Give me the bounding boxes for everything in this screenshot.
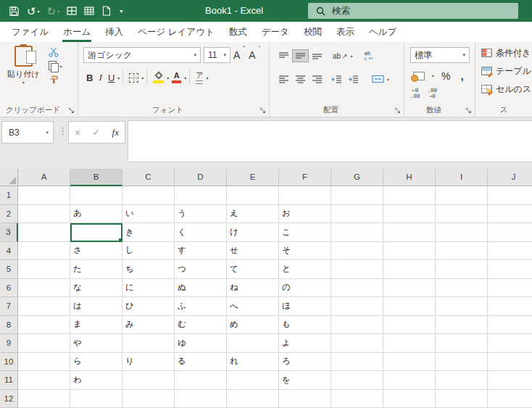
orientation-button[interactable]: ab ↗ — [330, 50, 351, 62]
row-header-10[interactable]: 10 — [0, 353, 18, 372]
cell-D4[interactable]: す — [175, 242, 227, 261]
cell-B2[interactable]: あ — [70, 205, 122, 224]
cell-D11[interactable] — [175, 371, 227, 390]
cell-J11[interactable] — [488, 371, 532, 390]
cell-H3[interactable] — [383, 223, 436, 242]
cell-A2[interactable] — [18, 205, 70, 224]
cell-F2[interactable]: お — [279, 205, 331, 224]
wrap-text-button[interactable]: ab c ↩ — [362, 49, 376, 64]
cell-I10[interactable] — [436, 353, 488, 372]
cell-E12[interactable] — [227, 390, 279, 408]
cell-E3[interactable]: け — [227, 223, 279, 242]
cell-G1[interactable] — [331, 186, 383, 205]
decrease-indent-button[interactable] — [328, 72, 345, 86]
cancel-button[interactable]: × — [75, 127, 80, 138]
customize-qat-button[interactable]: ▾ — [118, 0, 122, 22]
phonetic-guide-button[interactable]: ア — [193, 70, 206, 86]
cell-B6[interactable]: な — [70, 279, 122, 298]
cell-G4[interactable] — [331, 242, 383, 261]
decrease-decimal-button[interactable]: .00→0 — [426, 87, 439, 100]
cell-A10[interactable] — [18, 353, 70, 372]
cell-G8[interactable] — [331, 316, 383, 335]
enter-button[interactable]: ✓ — [92, 127, 100, 138]
tab-home[interactable]: ホーム — [56, 22, 98, 42]
format-painter-button[interactable] — [49, 75, 62, 84]
cell-E4[interactable]: せ — [227, 242, 279, 261]
cell-C8[interactable]: み — [122, 316, 175, 335]
cell-B3[interactable] — [70, 223, 122, 242]
cell-C1[interactable] — [122, 186, 175, 205]
save-button[interactable] — [9, 0, 20, 22]
cell-E2[interactable]: え — [227, 205, 279, 224]
cell-A7[interactable] — [18, 297, 70, 316]
cell-F12[interactable] — [279, 390, 331, 408]
row-header-1[interactable]: 1 — [0, 186, 18, 205]
cell-J10[interactable] — [488, 353, 532, 372]
cell-J7[interactable] — [488, 297, 532, 316]
row-header-4[interactable]: 4 — [0, 242, 18, 261]
cell-D10[interactable]: る — [175, 353, 227, 372]
cell-D2[interactable]: う — [175, 205, 227, 224]
number-format-combobox[interactable]: 標準 ▾ — [410, 47, 470, 63]
row-header-5[interactable]: 5 — [0, 260, 18, 279]
increase-font-button[interactable]: Aˆ — [230, 47, 246, 63]
cell-C2[interactable]: い — [122, 205, 175, 224]
cell-E5[interactable]: て — [227, 260, 279, 279]
align-right-button[interactable] — [309, 72, 325, 86]
cell-J1[interactable] — [488, 186, 532, 205]
cell-G9[interactable] — [331, 334, 383, 353]
cell-A1[interactable] — [18, 186, 70, 205]
new-file-button[interactable] — [101, 0, 111, 22]
bold-button[interactable]: B — [83, 70, 96, 86]
cell-D1[interactable] — [175, 186, 227, 205]
cell-A11[interactable] — [18, 371, 70, 390]
cell-B11[interactable]: わ — [70, 371, 122, 390]
increase-indent-button[interactable] — [345, 72, 362, 86]
cell-I6[interactable] — [436, 279, 488, 298]
cell-F3[interactable]: こ — [279, 223, 331, 242]
cell-I8[interactable] — [436, 316, 488, 335]
cell-E6[interactable]: ね — [227, 279, 279, 298]
cell-B1[interactable] — [70, 186, 122, 205]
tab-formulas[interactable]: 数式 — [222, 22, 254, 42]
cell-E10[interactable]: れ — [227, 353, 279, 372]
cell-J12[interactable] — [488, 390, 532, 408]
format-as-table-button[interactable]: テーブルと — [481, 64, 532, 78]
col-header-I[interactable]: I — [436, 169, 488, 186]
copy-button[interactable]: ▾ — [49, 61, 62, 71]
col-header-C[interactable]: C — [122, 169, 175, 186]
cell-G12[interactable] — [331, 390, 383, 408]
row-header-3[interactable]: 3 — [0, 223, 18, 242]
cell-G10[interactable] — [331, 353, 383, 372]
cell-B9[interactable]: や — [70, 334, 122, 353]
cell-I12[interactable] — [436, 390, 488, 408]
cell-F8[interactable]: も — [279, 316, 331, 335]
cell-F4[interactable]: そ — [279, 242, 331, 261]
cell-H4[interactable] — [383, 242, 436, 261]
cell-D9[interactable]: ゆ — [175, 334, 227, 353]
italic-button[interactable]: I — [96, 70, 105, 86]
cell-G6[interactable] — [331, 279, 383, 298]
cell-D8[interactable]: む — [175, 316, 227, 335]
cell-C10[interactable]: り — [122, 353, 175, 372]
cell-G3[interactable] — [331, 223, 383, 242]
cell-H12[interactable] — [383, 390, 436, 408]
name-box[interactable]: B3 ▾ — [1, 121, 54, 143]
cell-A12[interactable] — [18, 390, 70, 408]
cell-D3[interactable]: く — [175, 223, 227, 242]
cell-B12[interactable] — [70, 390, 122, 408]
cell-H8[interactable] — [383, 316, 436, 335]
align-left-button[interactable] — [275, 72, 292, 86]
cell-H11[interactable] — [383, 371, 436, 390]
cell-G5[interactable] — [331, 260, 383, 279]
cell-I9[interactable] — [436, 334, 488, 353]
cell-A8[interactable] — [18, 316, 70, 335]
merge-center-button[interactable] — [369, 72, 387, 86]
cell-I2[interactable] — [436, 205, 488, 224]
undo-button[interactable]: ↺ ▾ — [27, 0, 40, 22]
cell-I1[interactable] — [436, 186, 488, 205]
cell-D12[interactable] — [175, 390, 227, 408]
cell-C5[interactable]: ち — [122, 260, 175, 279]
select-all-button[interactable] — [0, 169, 18, 186]
cell-H2[interactable] — [383, 205, 436, 224]
